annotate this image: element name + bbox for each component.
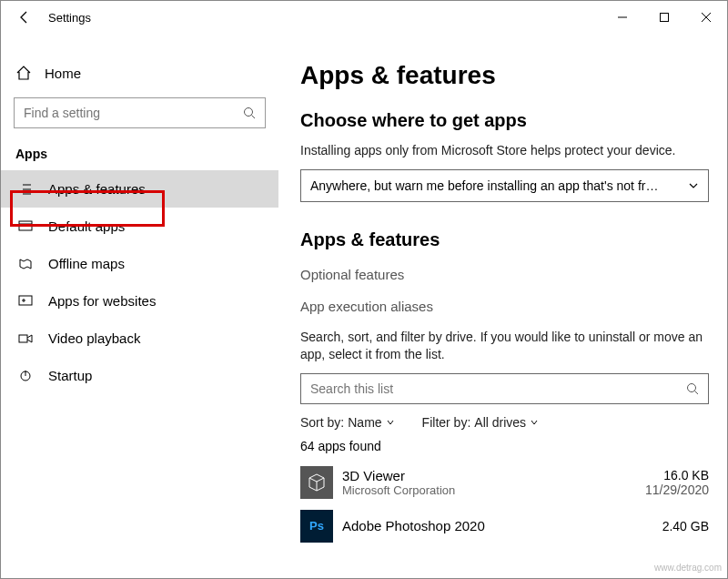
source-select[interactable]: Anywhere, but warn me before installing … <box>300 169 709 202</box>
features-heading: Apps & features <box>300 229 709 250</box>
sidebar: Home Apps Apps & features Default apps O… <box>1 34 278 578</box>
map-icon <box>17 257 34 271</box>
sidebar-item-label: Apps & features <box>48 181 146 197</box>
sidebar-item-apps-features[interactable]: Apps & features <box>1 170 278 208</box>
app-size: 2.40 GB <box>662 519 709 533</box>
sort-by-dropdown[interactable]: Sort by: Name <box>300 415 395 430</box>
maximize-button[interactable] <box>643 3 685 32</box>
arrow-left-icon <box>17 10 32 25</box>
sidebar-item-default-apps[interactable]: Default apps <box>1 208 278 245</box>
chevron-down-icon <box>386 418 395 427</box>
close-icon <box>701 12 712 23</box>
optional-features-link[interactable]: Optional features <box>300 261 709 288</box>
chevron-down-icon <box>688 180 699 191</box>
sidebar-category: Apps <box>1 136 278 170</box>
sidebar-item-label: Video playback <box>48 330 140 346</box>
sidebar-item-offline-maps[interactable]: Offline maps <box>1 245 278 282</box>
app-name: 3D Viewer <box>342 468 645 483</box>
content-pane: Apps & features Choose where to get apps… <box>278 34 727 578</box>
svg-point-4 <box>245 108 253 117</box>
video-icon <box>17 331 34 346</box>
filter-value: All drives <box>474 415 526 430</box>
app-list-item[interactable]: 3D Viewer Microsoft Corporation 16.0 KB … <box>300 461 709 504</box>
minimize-button[interactable] <box>602 3 643 32</box>
filter-label: Filter by: <box>422 415 471 430</box>
app-date: 11/29/2020 <box>645 482 709 497</box>
sidebar-item-apps-for-websites[interactable]: Apps for websites <box>1 282 278 320</box>
home-icon <box>15 65 32 81</box>
svg-line-21 <box>695 391 699 394</box>
startup-icon <box>17 369 34 383</box>
app-icon: Ps <box>300 510 333 543</box>
sidebar-item-startup[interactable]: Startup <box>1 357 278 394</box>
minimize-icon <box>617 12 628 23</box>
back-button[interactable] <box>12 5 37 30</box>
sidebar-item-label: Default apps <box>48 218 125 234</box>
apps-count: 64 apps found <box>300 439 709 453</box>
filter-description: Search, sort, and filter by drive. If yo… <box>300 329 709 364</box>
sidebar-item-label: Offline maps <box>48 256 125 271</box>
search-icon <box>243 107 256 119</box>
close-button[interactable] <box>685 3 727 32</box>
sidebar-search-input[interactable] <box>24 106 243 120</box>
sort-label: Sort by: <box>300 415 344 430</box>
sidebar-search[interactable] <box>14 97 266 128</box>
sidebar-item-video-playback[interactable]: Video playback <box>1 320 278 357</box>
svg-line-5 <box>252 116 256 119</box>
sort-value: Name <box>348 415 381 430</box>
source-heading: Choose where to get apps <box>300 110 709 131</box>
titlebar: Settings <box>1 1 727 34</box>
list-icon <box>17 182 34 197</box>
app-list-item[interactable]: Ps Adobe Photoshop 2020 2.40 GB <box>300 504 709 548</box>
app-size: 16.0 KB <box>645 468 709 482</box>
app-search[interactable] <box>300 373 709 404</box>
page-title: Apps & features <box>300 61 709 90</box>
apps-websites-icon <box>17 294 34 309</box>
window-controls <box>602 3 727 32</box>
chevron-down-icon <box>530 418 539 427</box>
filter-by-dropdown[interactable]: Filter by: All drives <box>422 415 539 430</box>
home-link[interactable]: Home <box>1 56 278 90</box>
app-name: Adobe Photoshop 2020 <box>342 518 662 533</box>
sidebar-item-label: Apps for websites <box>48 293 156 309</box>
search-icon <box>686 382 699 395</box>
svg-rect-17 <box>19 335 27 342</box>
svg-rect-1 <box>661 14 669 22</box>
home-label: Home <box>45 66 81 81</box>
app-execution-aliases-link[interactable]: App execution aliases <box>300 293 709 320</box>
window-title: Settings <box>48 11 91 25</box>
app-publisher: Microsoft Corporation <box>342 483 645 497</box>
app-search-input[interactable] <box>310 381 686 396</box>
svg-point-20 <box>688 383 696 391</box>
source-select-value: Anywhere, but warn me before installing … <box>310 178 688 193</box>
maximize-icon <box>659 12 670 23</box>
watermark: www.detrag.com <box>654 563 722 573</box>
svg-rect-12 <box>19 221 32 230</box>
source-description: Installing apps only from Microsoft Stor… <box>300 142 709 160</box>
app-icon <box>300 466 333 499</box>
default-apps-icon <box>17 219 34 234</box>
sidebar-item-label: Startup <box>48 368 92 383</box>
